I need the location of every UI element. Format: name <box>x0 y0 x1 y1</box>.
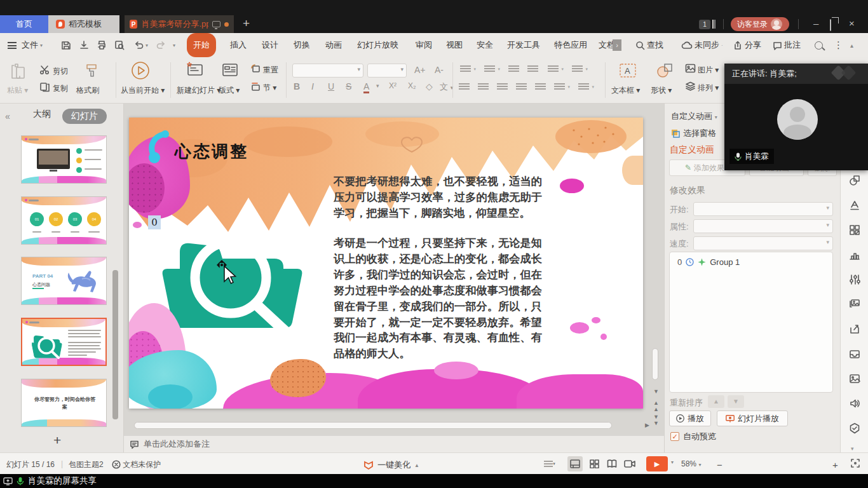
slide-thumbnail-15-selected[interactable] <box>21 318 107 366</box>
vertical-scrollbar-thumb[interactable] <box>652 348 658 380</box>
decrease-indent-button[interactable] <box>508 65 519 74</box>
paste-label[interactable]: 粘贴 ▾ <box>7 85 28 96</box>
meeting-video-window[interactable]: 正在讲话: 肖美霖; 肖美霖 <box>724 64 868 170</box>
share-button[interactable]: 分享 <box>733 33 761 57</box>
cut-button[interactable] <box>39 65 50 78</box>
new-slide-label[interactable]: 新建幻灯片 ▾ <box>177 85 220 96</box>
audio-tool-icon[interactable] <box>849 398 860 409</box>
distribute-button[interactable] <box>535 83 546 92</box>
protection-status[interactable]: 文档未保护 <box>112 459 161 470</box>
reorder-down-button[interactable]: ▼ <box>728 395 744 408</box>
menu-more-chevron[interactable]: › <box>613 33 621 57</box>
shapes-label[interactable]: 形状 ▾ <box>651 85 672 96</box>
tab-outline[interactable]: 大纲 <box>33 109 51 120</box>
tab-home[interactable]: 首页 <box>0 15 48 33</box>
slide-body-textbox[interactable]: 不要把考研想得太难，也不要轻视，适当的压力可以提高学习效率，过多的焦虑无助于学习… <box>334 173 542 362</box>
arrange-button[interactable] <box>685 81 696 93</box>
normal-view-button[interactable] <box>567 456 583 471</box>
animation-order-badge[interactable]: 0 <box>148 215 161 229</box>
add-slide-button[interactable]: + <box>53 433 61 448</box>
menu-tab-home[interactable]: 开始 <box>187 33 216 57</box>
font-family-select[interactable] <box>292 64 363 78</box>
tab-docer-templates[interactable]: 稻壳模板 <box>48 15 119 33</box>
play-from-current-button[interactable] <box>131 61 150 83</box>
slide-thumbnail-16[interactable]: 你尽管努力，时间会给你答案 <box>21 379 107 427</box>
guest-login-button[interactable]: 访客登录 <box>731 17 789 31</box>
help-button[interactable] <box>815 33 823 57</box>
slide-canvas[interactable]: 心态调整 0 不要把考研想得太难，也不要轻视，适当的压力可以提高学习效率，过多的… <box>129 118 643 409</box>
zoom-in-button[interactable]: + <box>832 459 838 470</box>
underline-button[interactable]: U <box>328 81 334 92</box>
thumbnail-scrollbar[interactable] <box>112 270 118 419</box>
menu-tab-review[interactable]: 审阅 <box>409 33 438 57</box>
beautify-button[interactable]: 一键美化 ▲ <box>363 459 419 471</box>
template-badge-icon[interactable] <box>849 423 860 434</box>
next-slide-button[interactable]: ▼▼ <box>653 414 659 426</box>
scroll-down-arrow[interactable]: ▼ <box>653 388 659 395</box>
task-count-badge[interactable]: 1 <box>699 20 710 29</box>
new-tab-button[interactable]: + <box>243 17 250 30</box>
picture-label[interactable]: 图片 ▾ <box>698 65 719 76</box>
shapes-tool-icon[interactable] <box>849 175 860 186</box>
grow-font-button[interactable]: A+ <box>414 65 426 75</box>
pane-switcher[interactable]: 自定义动画 ▾ <box>671 111 717 122</box>
comment-button[interactable]: 批注 <box>773 33 801 57</box>
task-list-icon[interactable] <box>712 20 715 29</box>
text-direction-button[interactable] <box>548 65 559 74</box>
menu-tab-view[interactable]: 视图 <box>440 33 469 57</box>
new-slide-button[interactable] <box>186 61 205 81</box>
toolbar-more-dropdown[interactable]: ▾ <box>173 33 175 57</box>
reset-label[interactable]: 重置 <box>263 65 278 76</box>
picture-tool-icon[interactable] <box>849 373 860 384</box>
font-color-dropdown[interactable]: ▾ <box>376 83 379 89</box>
arrange-label[interactable]: 排列 ▾ <box>698 83 719 93</box>
chart-tool-icon[interactable] <box>849 249 860 261</box>
menu-tab-special-apps[interactable]: 特色应用 <box>548 33 593 57</box>
reorder-up-button[interactable]: ▲ <box>708 395 724 408</box>
start-select[interactable] <box>693 202 833 216</box>
menu-tab-animation[interactable]: 动画 <box>319 33 348 57</box>
copy-label[interactable]: 复制 <box>53 83 68 94</box>
slideshow-start-button[interactable]: ▶ <box>646 456 668 471</box>
line-spacing-button[interactable] <box>572 65 583 74</box>
zoom-out-button[interactable]: − <box>717 459 722 470</box>
cut-label[interactable]: 剪切 <box>53 66 68 77</box>
restore-button[interactable] <box>830 20 831 30</box>
animation-list-item[interactable]: 0 Group 1 <box>677 257 740 267</box>
slideshow-play-button[interactable]: 幻灯片播放 <box>717 410 788 426</box>
menu-tab-slideshow[interactable]: 幻灯片放映 <box>351 33 405 57</box>
scroll-right-arrow[interactable]: ▶ <box>645 422 649 428</box>
more-options-button[interactable]: ⋮ <box>834 33 843 57</box>
find-button[interactable]: 查找 <box>635 33 663 57</box>
close-button[interactable]: × <box>849 18 855 29</box>
redo-button[interactable] <box>156 33 166 57</box>
print-preview-button[interactable] <box>114 33 125 57</box>
slide-thumbnail-12[interactable] <box>21 135 107 184</box>
record-button[interactable] <box>622 456 637 471</box>
subscript-button[interactable]: X₂ <box>408 81 416 90</box>
print-button[interactable] <box>97 33 107 57</box>
layout-button[interactable] <box>221 62 239 81</box>
tab-slides[interactable]: 幻灯片 <box>62 109 107 124</box>
slide-sorter-button[interactable] <box>587 456 602 471</box>
align-left-button[interactable] <box>459 83 470 92</box>
menu-tab-transition[interactable]: 切换 <box>287 33 316 57</box>
justify-button[interactable] <box>516 83 527 92</box>
horizontal-scrollbar-thumb[interactable] <box>134 422 612 429</box>
selection-pane-button[interactable]: 选择窗格 <box>671 128 716 139</box>
reset-button[interactable] <box>250 64 261 76</box>
minimize-button[interactable]: – <box>813 18 818 29</box>
image-library-icon[interactable] <box>849 299 860 310</box>
bold-button[interactable]: B <box>294 81 300 92</box>
font-color-button[interactable]: A <box>363 81 369 93</box>
textbox-button[interactable]: A <box>619 62 637 81</box>
shrink-font-button[interactable]: A- <box>435 65 444 75</box>
wordart-tool-icon[interactable] <box>849 200 860 211</box>
format-painter-label[interactable]: 格式刷 <box>76 85 99 96</box>
bullets-button[interactable] <box>460 65 471 74</box>
theme-name[interactable]: 包图主题2 <box>69 459 104 470</box>
clear-format-button[interactable]: ◇ <box>426 81 433 92</box>
section-label[interactable]: 节 ▾ <box>263 83 276 93</box>
slideshow-dropdown[interactable]: ▾ <box>671 459 674 465</box>
play-from-current-label[interactable]: 从当前开始 ▾ <box>121 85 165 96</box>
